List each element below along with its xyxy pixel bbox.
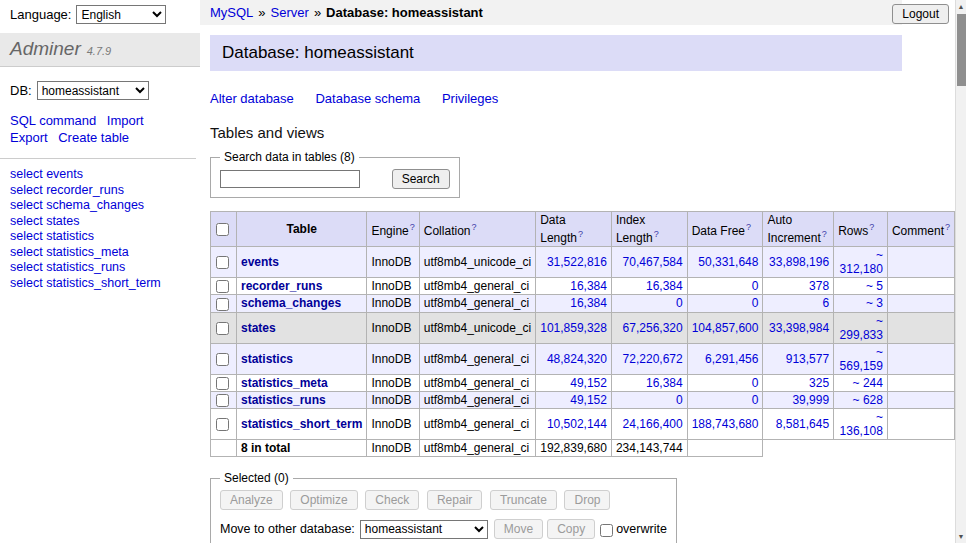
sidebar-table-link[interactable]: select statistics_meta [10, 245, 190, 261]
row-checkbox[interactable] [216, 280, 229, 293]
auto-increment-link[interactable]: 325 [809, 376, 829, 390]
rows-link[interactable]: ~ 628 [853, 393, 883, 407]
row-checkbox[interactable] [216, 353, 229, 366]
table-name-link[interactable]: schema_changes [241, 296, 341, 310]
sidebar-table-link[interactable]: select statistics [10, 229, 190, 245]
select-all-checkbox[interactable] [216, 223, 229, 236]
data-free-link[interactable]: 6,291,456 [705, 352, 758, 366]
optimize-button[interactable]: Optimize [290, 490, 357, 510]
db-action-link[interactable]: Privileges [442, 91, 498, 106]
overwrite-checkbox[interactable] [600, 524, 613, 537]
row-checkbox[interactable] [216, 256, 229, 269]
row-checkbox[interactable] [216, 322, 229, 335]
help-link[interactable]: ? [945, 222, 950, 232]
data-length-link[interactable]: 16,384 [570, 296, 607, 310]
sidebar-link[interactable]: Export [10, 129, 48, 146]
breadcrumb-server-link[interactable]: Server [271, 5, 309, 20]
index-length-link[interactable]: 67,256,320 [623, 321, 683, 335]
logout-button[interactable]: Logout [892, 4, 949, 24]
data-length-link[interactable]: 10,502,144 [547, 417, 607, 431]
table-name-link[interactable]: recorder_runs [241, 279, 322, 293]
scroll-down-icon[interactable]: ▼ [956, 530, 966, 543]
index-length-link[interactable]: 0 [676, 393, 683, 407]
row-checkbox[interactable] [216, 298, 229, 311]
sidebar-table-link[interactable]: select states [10, 214, 190, 230]
data-free-link[interactable]: 188,743,680 [692, 417, 759, 431]
table-name-link[interactable]: statistics_runs [241, 393, 326, 407]
rows-link[interactable]: ~ 569,159 [840, 345, 883, 373]
rows-link[interactable]: ~ 136,108 [840, 410, 883, 438]
index-length-link[interactable]: 24,166,400 [623, 417, 683, 431]
sidebar-table-link[interactable]: select events [10, 167, 190, 183]
drop-button[interactable]: Drop [564, 490, 610, 510]
auto-increment-link[interactable]: 39,999 [792, 393, 829, 407]
truncate-button[interactable]: Truncate [490, 490, 557, 510]
sidebar-table-link[interactable]: select statistics_runs [10, 260, 190, 276]
check-button[interactable]: Check [365, 490, 419, 510]
scrollbar-thumb[interactable] [957, 14, 966, 86]
data-free-link[interactable]: 0 [752, 279, 759, 293]
rows-link[interactable]: ~ 244 [853, 376, 883, 390]
rows-link[interactable]: ~ 3 [866, 296, 883, 310]
help-link[interactable]: ? [654, 229, 659, 239]
rows-link[interactable]: ~ 5 [866, 279, 883, 293]
data-length-link[interactable]: 16,384 [570, 279, 607, 293]
index-length-link[interactable]: 72,220,672 [623, 352, 683, 366]
data-length-link[interactable]: 49,152 [570, 376, 607, 390]
table-name-link[interactable]: statistics_meta [241, 376, 328, 390]
repair-button[interactable]: Repair [427, 490, 482, 510]
scrollbar[interactable]: ▲ ▼ [955, 0, 966, 543]
rows-link[interactable]: ~ 299,833 [840, 314, 883, 342]
data-length-link[interactable]: 101,859,328 [540, 321, 607, 335]
help-link[interactable]: ? [869, 222, 874, 232]
sidebar-table-link[interactable]: select statistics_short_term [10, 276, 190, 292]
data-free-link[interactable]: 0 [752, 376, 759, 390]
index-length-link[interactable]: 16,384 [646, 376, 683, 390]
index-length-link[interactable]: 16,384 [646, 279, 683, 293]
scroll-up-icon[interactable]: ▲ [956, 0, 966, 13]
help-link[interactable]: ? [822, 229, 827, 239]
analyze-button[interactable]: Analyze [220, 490, 283, 510]
row-checkbox[interactable] [216, 377, 229, 390]
data-length-link[interactable]: 31,522,816 [547, 255, 607, 269]
data-free-link[interactable]: 50,331,648 [698, 255, 758, 269]
table-name-link[interactable]: statistics [241, 352, 293, 366]
sidebar-link[interactable]: Import [107, 112, 144, 129]
db-action-link[interactable]: Database schema [315, 91, 420, 106]
sidebar-link[interactable]: Create table [58, 129, 129, 146]
row-checkbox[interactable] [216, 418, 229, 431]
move-button[interactable]: Move [494, 519, 543, 539]
auto-increment-link[interactable]: 33,898,196 [769, 255, 829, 269]
auto-increment-link[interactable]: 6 [822, 296, 829, 310]
data-free-link[interactable]: 0 [752, 296, 759, 310]
search-button[interactable]: Search [392, 169, 450, 189]
table-search-input[interactable] [220, 170, 360, 188]
auto-increment-link[interactable]: 913,577 [786, 352, 829, 366]
copy-button[interactable]: Copy [547, 519, 595, 539]
row-checkbox[interactable] [216, 394, 229, 407]
help-link[interactable]: ? [471, 222, 476, 232]
help-link[interactable]: ? [410, 222, 415, 232]
sidebar-table-link[interactable]: select recorder_runs [10, 183, 190, 199]
move-database-select[interactable]: homeassistant [360, 520, 488, 539]
data-length-link[interactable]: 49,152 [570, 393, 607, 407]
sidebar-link[interactable]: SQL command [10, 112, 96, 129]
auto-increment-link[interactable]: 33,398,984 [769, 321, 829, 335]
auto-increment-link[interactable]: 378 [809, 279, 829, 293]
table-name-link[interactable]: statistics_short_term [241, 417, 362, 431]
breadcrumb-mysql-link[interactable]: MySQL [210, 5, 253, 20]
sidebar-table-link[interactable]: select schema_changes [10, 198, 190, 214]
data-free-link[interactable]: 104,857,600 [692, 321, 759, 335]
auto-increment-link[interactable]: 8,581,645 [776, 417, 829, 431]
data-length-link[interactable]: 48,824,320 [547, 352, 607, 366]
help-link[interactable]: ? [746, 222, 751, 232]
db-action-link[interactable]: Alter database [210, 91, 294, 106]
db-select[interactable]: homeassistant [37, 81, 149, 100]
rows-link[interactable]: ~ 312,180 [840, 248, 883, 276]
language-select[interactable]: English [76, 5, 166, 24]
table-name-link[interactable]: events [241, 255, 279, 269]
index-length-link[interactable]: 70,467,584 [623, 255, 683, 269]
table-name-link[interactable]: states [241, 321, 276, 335]
data-free-link[interactable]: 0 [752, 393, 759, 407]
help-link[interactable]: ? [578, 229, 583, 239]
